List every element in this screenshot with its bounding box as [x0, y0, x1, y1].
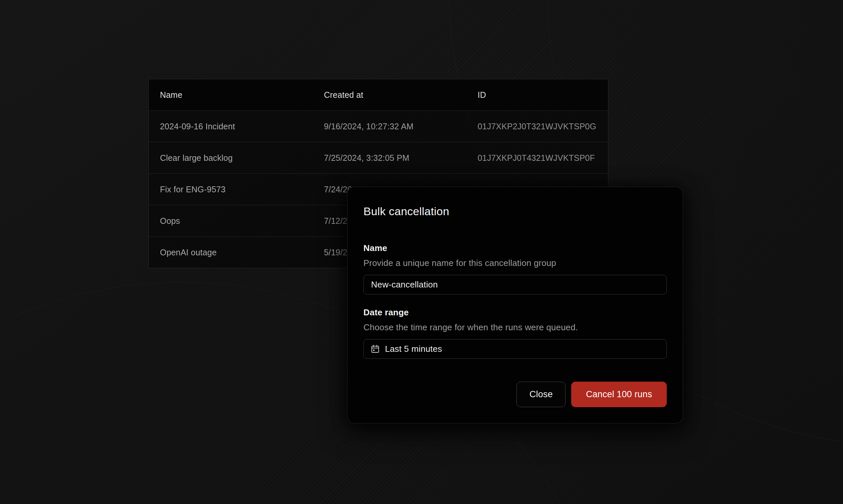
modal-title: Bulk cancellation: [363, 205, 667, 218]
table-row[interactable]: Clear large backlog 7/25/2024, 3:32:05 P…: [149, 142, 608, 174]
cancel-runs-button[interactable]: Cancel 100 runs: [571, 382, 667, 407]
table-row[interactable]: 2024-09-16 Incident 9/16/2024, 10:27:32 …: [149, 110, 608, 142]
cell-id: 01J7XKPJ0T4321WJVKTSP0F: [466, 153, 608, 163]
table-header-row: Name Created at ID: [149, 79, 608, 110]
cell-name: Oops: [149, 216, 313, 226]
date-range-field-description: Choose the time range for when the runs …: [363, 322, 667, 332]
date-range-select[interactable]: Last 5 minutes: [363, 339, 667, 359]
bulk-cancellation-modal: Bulk cancellation Name Provide a unique …: [347, 187, 683, 424]
modal-footer: Close Cancel 100 runs: [363, 382, 667, 407]
date-range-value: Last 5 minutes: [385, 344, 442, 354]
name-field-description: Provide a unique name for this cancellat…: [363, 258, 667, 268]
column-header-created-at: Created at: [313, 90, 466, 100]
cell-name: Clear large backlog: [149, 153, 313, 163]
cell-name: OpenAI outage: [149, 248, 313, 257]
date-range-field-label: Date range: [363, 307, 667, 318]
cell-created-at: 7/25/2024, 3:32:05 PM: [313, 153, 466, 163]
cell-name: 2024-09-16 Incident: [149, 122, 313, 131]
cell-id: 01J7XKP2J0T321WJVKTSP0G: [466, 122, 608, 131]
cell-created-at: 9/16/2024, 10:27:32 AM: [313, 122, 466, 131]
cell-name: Fix for ENG-9573: [149, 185, 313, 194]
close-button[interactable]: Close: [516, 382, 566, 407]
page-background: Name Created at ID 2024-09-16 Incident 9…: [0, 0, 843, 504]
calendar-icon: [371, 344, 380, 354]
column-header-id: ID: [466, 90, 608, 100]
name-input[interactable]: [363, 275, 667, 294]
name-field-label: Name: [363, 243, 667, 253]
column-header-name: Name: [149, 90, 313, 100]
